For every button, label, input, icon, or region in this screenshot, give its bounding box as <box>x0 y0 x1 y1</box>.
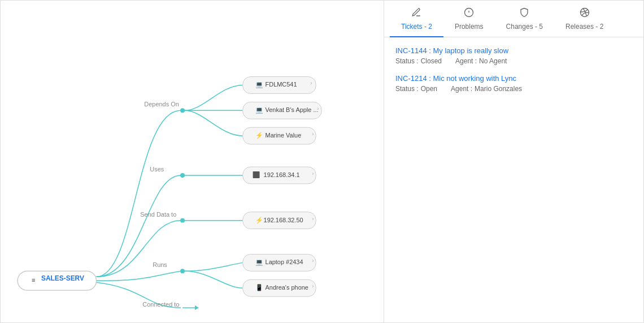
svg-text:›: › <box>312 216 314 222</box>
ticket-1-status-label: Status : <box>395 57 419 65</box>
svg-text:Connected to: Connected to <box>142 301 179 308</box>
ticket-2-status-value: Open <box>421 85 437 93</box>
svg-text:Depends On: Depends On <box>144 101 179 107</box>
svg-text:💻: 💻 <box>255 106 263 114</box>
ticket-item-2: INC-1214 : Mic not working with Lync Sta… <box>395 74 632 93</box>
svg-text:⚡: ⚡ <box>255 216 263 224</box>
svg-point-29 <box>180 269 185 273</box>
svg-text:›: › <box>317 105 319 111</box>
ticket-1-agent-value: No Agent <box>479 57 507 65</box>
svg-text:192.168.32.50: 192.168.32.50 <box>264 217 303 223</box>
svg-marker-41 <box>195 305 199 310</box>
svg-text:📱: 📱 <box>255 283 263 291</box>
svg-text:Andrea's phone: Andrea's phone <box>266 284 308 291</box>
ticket-1-agent-label: Agent : <box>455 57 477 65</box>
tab-changes-label: Changes - 5 <box>506 23 543 31</box>
tab-tickets-label: Tickets - 2 <box>401 23 432 31</box>
svg-text:›: › <box>312 283 314 289</box>
problems-icon <box>464 7 474 20</box>
svg-text:💻: 💻 <box>255 80 263 88</box>
ticket-1-status-value: Closed <box>421 57 442 65</box>
tab-tickets[interactable]: Tickets - 2 <box>390 1 443 37</box>
svg-text:Venkat B's Apple ...: Venkat B's Apple ... <box>266 106 319 113</box>
svg-text:›: › <box>310 80 312 86</box>
svg-text:Laptop #2434: Laptop #2434 <box>266 259 303 265</box>
ticket-2-status-label: Status : <box>395 85 419 93</box>
tab-releases-label: Releases - 2 <box>565 23 603 31</box>
ticket-2-agent-value: Mario Gonzales <box>475 85 522 93</box>
svg-rect-20 <box>253 171 260 178</box>
tabs-bar: Tickets - 2 Problems Changes - 5 <box>384 1 643 37</box>
svg-text:SALES-SERV: SALES-SERV <box>41 274 84 282</box>
ticket-2-meta: Status : Open Agent : Mario Gonzales <box>395 85 632 93</box>
tab-problems[interactable]: Problems <box>443 1 495 37</box>
ticket-1-status: Status : Closed <box>395 57 442 65</box>
ticket-item-1: INC-1144 : My laptop is really slow Stat… <box>395 46 632 65</box>
tickets-icon <box>411 7 421 20</box>
ticket-1-title[interactable]: INC-1144 : My laptop is really slow <box>395 46 632 55</box>
svg-text:Runs: Runs <box>153 261 167 268</box>
ticket-list: INC-1144 : My laptop is really slow Stat… <box>384 37 643 111</box>
svg-text:≡: ≡ <box>32 277 35 283</box>
svg-text:›: › <box>312 131 314 137</box>
tab-problems-label: Problems <box>455 23 484 31</box>
svg-text:Uses: Uses <box>150 166 164 173</box>
right-panel: Tickets - 2 Problems Changes - 5 <box>384 1 643 322</box>
tab-releases[interactable]: Releases - 2 <box>554 1 615 37</box>
svg-text:›: › <box>312 257 314 264</box>
svg-text:💻: 💻 <box>255 258 263 266</box>
svg-text:›: › <box>312 170 314 176</box>
svg-text:⚡: ⚡ <box>255 131 263 139</box>
releases-icon <box>580 7 590 20</box>
ticket-1-meta: Status : Closed Agent : No Agent <box>395 57 632 65</box>
svg-point-23 <box>180 218 185 223</box>
ticket-2-title[interactable]: INC-1214 : Mic not working with Lync <box>395 74 632 83</box>
tab-changes[interactable]: Changes - 5 <box>495 1 554 37</box>
ticket-2-status: Status : Open <box>395 85 437 93</box>
ticket-1-agent: Agent : No Agent <box>455 57 507 65</box>
svg-text:192.168.34.1: 192.168.34.1 <box>264 171 300 178</box>
main-container: ≡ SALES-SERV Depends On 💻 FDLMC541 › 💻 V… <box>1 1 643 322</box>
changes-icon <box>519 7 529 20</box>
svg-text:Send Data to: Send Data to <box>140 211 176 218</box>
svg-text:Marine Value: Marine Value <box>266 132 302 139</box>
ticket-2-agent-label: Agent : <box>451 85 472 93</box>
svg-text:FDLMC541: FDLMC541 <box>266 81 297 88</box>
ticket-2-agent: Agent : Mario Gonzales <box>451 85 522 93</box>
svg-point-17 <box>180 173 185 178</box>
graph-panel: ≡ SALES-SERV Depends On 💻 FDLMC541 › 💻 V… <box>1 1 384 322</box>
svg-point-3 <box>180 108 185 113</box>
